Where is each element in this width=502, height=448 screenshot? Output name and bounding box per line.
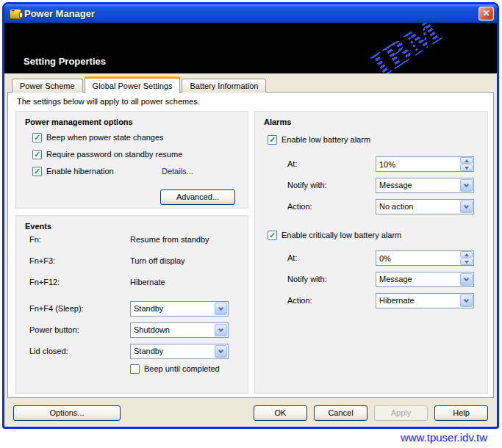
check-icon: ✓: [269, 136, 276, 144]
at-label: At:: [287, 250, 297, 266]
event-label: Fn:: [29, 232, 41, 248]
spinner-value: 0%: [376, 254, 459, 263]
group-title: Events: [25, 222, 51, 231]
event-label: Fn+F4 (Sleep):: [29, 301, 84, 317]
alarms-group: Alarms ✓ Enable low battery alarm At: 10…: [254, 111, 488, 394]
checkbox-enable-hibernation[interactable]: ✓ Enable hibernation: [32, 165, 114, 177]
at-label: At:: [287, 156, 297, 172]
window-title: Power Manager: [24, 8, 95, 19]
power-manager-window: Power Manager ✕ Setting Properties IBM P…: [2, 2, 499, 429]
chevron-down-icon[interactable]: [460, 179, 473, 192]
ok-button[interactable]: OK: [254, 405, 307, 421]
tab-battery-information[interactable]: Battery Information: [182, 79, 266, 93]
notify-with-label: Notify with:: [287, 272, 327, 287]
check-icon: ✓: [34, 151, 40, 159]
checkbox-label: Beep when power state changes: [46, 133, 164, 142]
critical-alarm-at-spinner[interactable]: 0%: [376, 250, 474, 266]
checkbox-box[interactable]: ✓: [32, 167, 42, 176]
checkbox-enable-low-battery-alarm[interactable]: ✓ Enable low battery alarm: [268, 134, 370, 145]
fn-f4-sleep-select[interactable]: Standby: [130, 301, 229, 317]
title-bar[interactable]: Power Manager ✕: [4, 4, 497, 23]
checkbox-label: Enable hibernation: [46, 167, 114, 176]
spinner-down-icon[interactable]: [460, 259, 473, 265]
checkbox-beep-power-state[interactable]: ✓ Beep when power state changes: [32, 131, 164, 143]
tab-power-scheme[interactable]: Power Scheme: [12, 79, 83, 93]
checkbox-box[interactable]: [130, 364, 140, 374]
help-button[interactable]: Help: [434, 405, 488, 421]
spinner-value: 10%: [376, 160, 459, 169]
intro-text: The settings below will apply to all pow…: [17, 97, 200, 106]
combo-value: Message: [376, 178, 459, 192]
critical-alarm-notify-select[interactable]: Message: [376, 272, 474, 287]
event-value: Hibernate: [130, 275, 165, 290]
chevron-down-icon[interactable]: [460, 295, 473, 307]
critical-alarm-action-select[interactable]: Hibernate: [376, 293, 474, 308]
checkbox-box[interactable]: ✓: [268, 135, 277, 145]
checkbox-box[interactable]: ✓: [32, 133, 42, 142]
action-label: Action:: [287, 199, 312, 214]
tab-global-power-settings[interactable]: Global Power Settings: [85, 76, 181, 93]
tab-page: The settings below will apply to all pow…: [7, 92, 494, 398]
checkbox-enable-critical-battery-alarm[interactable]: ✓ Enable critically low battery alarm: [268, 229, 401, 241]
checkbox-label: Enable low battery alarm: [282, 135, 370, 144]
cancel-button[interactable]: Cancel: [314, 405, 367, 421]
spinner-up-icon[interactable]: [460, 157, 473, 164]
event-value: Turn off display: [130, 253, 185, 269]
event-label: Power button:: [29, 322, 79, 338]
low-alarm-at-spinner[interactable]: 10%: [376, 156, 474, 172]
group-title: Alarms: [264, 118, 291, 126]
watermark-text: www.tpuser.idv.tw: [401, 431, 487, 444]
spinner-down-icon[interactable]: [460, 165, 473, 171]
checkbox-box[interactable]: ✓: [268, 231, 277, 240]
spinner-up-icon[interactable]: [460, 251, 473, 258]
low-alarm-notify-select[interactable]: Message: [376, 178, 474, 193]
power-button-select[interactable]: Shutdown: [130, 322, 229, 338]
events-group: Events Fn: Resume from standby Fn+F3: Tu…: [15, 215, 248, 394]
chevron-down-icon[interactable]: [215, 303, 227, 315]
combo-value: Shutdown: [131, 323, 214, 337]
lid-closed-select[interactable]: Standby: [130, 344, 229, 359]
event-label: Lid closed:: [29, 344, 68, 359]
checkbox-box[interactable]: ✓: [32, 150, 42, 159]
low-alarm-action-select[interactable]: No action: [376, 199, 474, 214]
chevron-down-icon[interactable]: [215, 345, 227, 358]
check-icon: ✓: [269, 231, 276, 239]
close-button[interactable]: ✕: [478, 7, 494, 21]
notify-with-label: Notify with:: [287, 178, 327, 193]
combo-value: Message: [376, 272, 459, 286]
combo-value: Standby: [131, 302, 214, 316]
chevron-down-icon[interactable]: [460, 273, 473, 286]
advanced-button[interactable]: Advanced...: [160, 189, 235, 205]
checkbox-require-password[interactable]: ✓ Require password on standby resume: [32, 148, 182, 160]
event-label: Fn+F12:: [29, 275, 60, 290]
event-label: Fn+F3:: [29, 253, 55, 269]
chevron-down-icon[interactable]: [460, 200, 473, 213]
check-icon: ✓: [34, 167, 40, 176]
spinner-buttons: [460, 251, 473, 265]
combo-value: No action: [376, 200, 459, 214]
checkbox-beep-until-completed[interactable]: Beep until completed: [130, 363, 220, 375]
power-manager-icon: [10, 9, 21, 19]
options-button[interactable]: Options...: [13, 405, 121, 421]
screenshot-root: Power Manager ✕ Setting Properties IBM P…: [0, 0, 502, 448]
combo-value: Standby: [131, 344, 214, 358]
page-title: Setting Properties: [24, 56, 106, 67]
ibm-logo: IBM: [364, 23, 448, 73]
combo-value: Hibernate: [376, 294, 459, 308]
checkbox-label: Require password on standby resume: [46, 150, 182, 159]
checkbox-label: Enable critically low battery alarm: [282, 231, 401, 239]
apply-button[interactable]: Apply: [374, 405, 428, 421]
chevron-down-icon[interactable]: [215, 324, 227, 336]
spinner-buttons: [460, 157, 473, 171]
check-icon: ✓: [34, 134, 40, 142]
action-label: Action:: [287, 293, 312, 308]
power-management-options-group: Power management options ✓ Beep when pow…: [15, 111, 248, 209]
details-link[interactable]: Details...: [162, 167, 193, 176]
checkbox-label: Beep until completed: [144, 364, 220, 373]
tab-strip: Power Scheme Global Power Settings Batte…: [12, 76, 268, 93]
group-title: Power management options: [25, 118, 133, 126]
header-banner: Setting Properties IBM: [4, 23, 497, 73]
event-value: Resume from standby: [130, 232, 209, 248]
